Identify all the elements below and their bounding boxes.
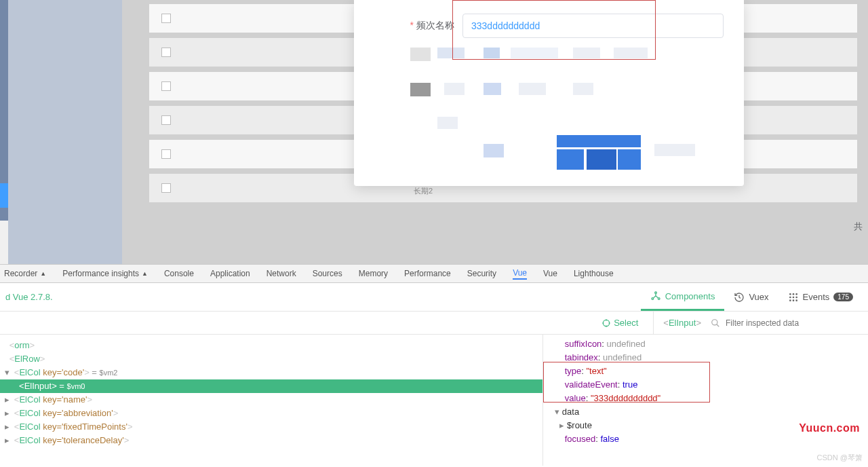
vue-detected-text: d Vue 2.7.8.	[5, 292, 53, 302]
vue-devtools-bar: d Vue 2.7.8. Components Vuex Events 175	[0, 283, 868, 312]
tab-network[interactable]: Network	[267, 269, 296, 278]
row-checkbox[interactable]	[161, 48, 171, 57]
footer-hint: 长期2	[414, 186, 433, 196]
events-tab[interactable]: Events 175	[778, 283, 863, 311]
tab-console[interactable]: Console	[164, 269, 194, 278]
tab-lighthouse[interactable]: Lighthouse	[574, 269, 614, 278]
frequency-name-input[interactable]	[462, 14, 724, 38]
tab-perf-insights[interactable]: Performance insights ▲	[62, 269, 148, 278]
tab-memory[interactable]: Memory	[359, 269, 388, 278]
svg-point-8	[795, 296, 797, 298]
history-icon	[734, 292, 745, 303]
form-row-name: *频次名称	[374, 14, 724, 38]
svg-point-6	[789, 296, 791, 298]
tree-node[interactable]: ▸ <ElCol key='toleranceDelay'>	[0, 434, 542, 447]
focused-row: focused: false	[550, 432, 861, 446]
app-background: *频次名称 长期2 共	[0, 0, 868, 264]
components-icon	[650, 291, 661, 301]
inspect-panel[interactable]: suffixIcon: undefined tabindex: undefine…	[542, 335, 868, 466]
svg-point-10	[792, 299, 794, 301]
tab-recorder[interactable]: Recorder ▲	[4, 269, 46, 278]
svg-point-12	[604, 320, 610, 326]
devtools-tab-bar: Recorder ▲ Performance insights ▲ Consol…	[0, 264, 868, 283]
svg-point-2	[658, 298, 660, 300]
svg-point-11	[795, 299, 797, 301]
tree-node[interactable]: ▸ <ElCol key='name'>	[0, 393, 542, 407]
row-checkbox[interactable]	[161, 183, 171, 193]
vuex-tab[interactable]: Vuex	[724, 283, 778, 311]
events-count-badge: 175	[833, 293, 853, 301]
tab-performance[interactable]: Performance	[404, 269, 451, 278]
tree-node[interactable]: ▾ <ElCol key='code'> = $vm2	[0, 366, 542, 379]
svg-point-9	[789, 299, 791, 301]
form-label: *频次名称	[374, 20, 462, 32]
svg-point-1	[652, 298, 654, 300]
selected-component-name: <ElInput>	[654, 318, 711, 328]
prop-row: suffixIcon: undefined	[550, 337, 861, 351]
total-label: 共	[854, 221, 863, 233]
svg-point-5	[795, 293, 797, 295]
tree-node[interactable]: <orm>	[0, 339, 542, 352]
target-icon	[601, 318, 611, 328]
tree-node[interactable]: ▸ <ElCol key='fixedTimePoints'>	[0, 420, 542, 434]
row-checkbox[interactable]	[161, 81, 171, 91]
svg-point-4	[792, 293, 794, 295]
filter-input[interactable]	[726, 318, 861, 328]
sidebar-placeholder	[8, 0, 122, 264]
tab-sources[interactable]: Sources	[313, 269, 342, 278]
component-tree[interactable]: <orm> <ElRow> ▾ <ElCol key='code'> = $vm…	[0, 335, 542, 466]
tree-toolbar: Select <ElInput>	[0, 312, 868, 335]
components-tab[interactable]: Components	[641, 283, 725, 311]
csdn-watermark: CSDN @琴箫	[817, 453, 863, 463]
tab-vue-2[interactable]: Vue	[543, 269, 557, 278]
select-element-button[interactable]: Select	[601, 312, 654, 334]
left-accent-strip	[0, 0, 8, 221]
data-section[interactable]: ▾ data	[550, 405, 861, 419]
annotation-box-2	[543, 362, 710, 403]
tab-security[interactable]: Security	[467, 269, 496, 278]
search-icon[interactable]	[711, 318, 720, 329]
tree-node[interactable]: <ElRow>	[0, 352, 542, 366]
tree-node[interactable]: ▸ <ElCol key='abbreviation'>	[0, 407, 542, 420]
tab-vue[interactable]: Vue	[513, 268, 527, 280]
pixelated-content	[410, 42, 743, 178]
svg-point-13	[712, 320, 717, 325]
tab-application[interactable]: Application	[210, 269, 250, 278]
row-checkbox[interactable]	[161, 115, 171, 125]
svg-point-3	[789, 293, 791, 295]
row-checkbox[interactable]	[161, 149, 171, 159]
row-checkbox[interactable]	[161, 14, 171, 23]
tree-node[interactable]: <ElInput> = $vm0	[0, 379, 542, 393]
brand-watermark: Yuucn.com	[799, 422, 860, 434]
svg-point-7	[792, 296, 794, 298]
events-icon	[788, 292, 799, 303]
svg-point-0	[654, 292, 656, 294]
